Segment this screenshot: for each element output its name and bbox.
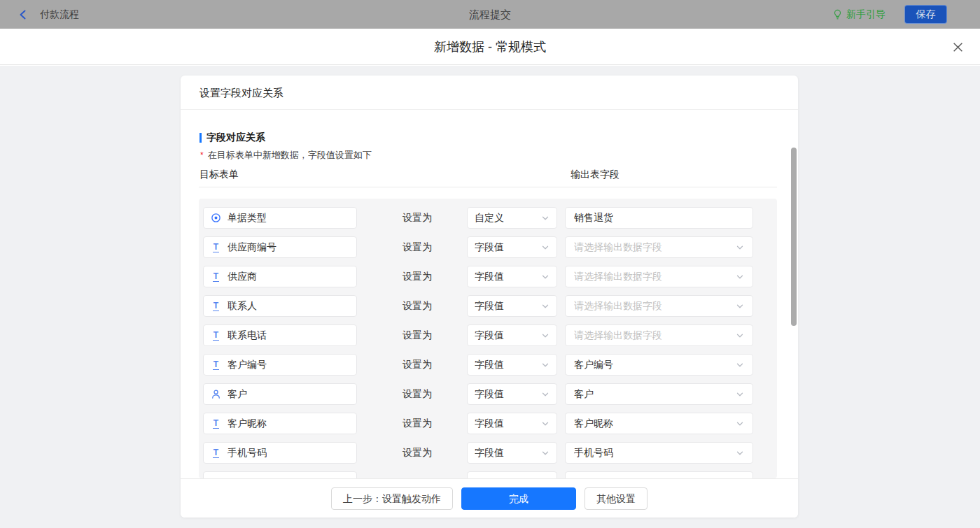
required-note: *在目标表单中新增数据，字段值设置如下	[200, 149, 372, 162]
mode-select[interactable]: 字段值	[467, 295, 557, 317]
scrollbar-thumb[interactable]	[791, 148, 797, 326]
text-field-icon: T	[211, 418, 221, 429]
chevron-down-icon	[541, 420, 550, 428]
target-field-box[interactable]: T 供应商编号	[203, 236, 357, 258]
chevron-down-icon	[541, 331, 550, 340]
output-field-value: 销售退货	[574, 212, 613, 224]
set-as-label: 设置为	[402, 442, 432, 464]
chevron-down-icon	[541, 390, 550, 399]
mode-select[interactable]: 字段值	[467, 442, 557, 464]
mode-select[interactable]	[467, 471, 557, 478]
text-field-icon: T	[211, 242, 221, 252]
mapping-row: T 供应商编号 设置为 字段值 请选择输出数据字段	[199, 236, 777, 258]
radio-field-icon	[211, 213, 221, 223]
output-field-value: 手机号码	[574, 447, 613, 459]
output-field-control[interactable]: 客户编号	[565, 354, 753, 376]
output-field-value: 请选择输出数据字段	[574, 300, 662, 313]
target-field-label: 手机号码	[227, 447, 267, 459]
output-field-control[interactable]: 请选择输出数据字段	[565, 295, 753, 317]
target-field-label: 联系人	[227, 300, 257, 313]
target-field-box[interactable]: T 供应商	[203, 266, 357, 287]
mode-select[interactable]: 字段值	[467, 324, 557, 346]
target-field-label: 客户编号	[227, 359, 267, 371]
add-data-modal: 新增数据 - 常规模式 设置字段对应关系 字段对应关系 *在目标表单中新增数据，…	[0, 29, 980, 528]
mapping-row: 客户 设置为 字段值 客户	[199, 383, 777, 405]
chevron-down-icon	[736, 302, 744, 311]
mapping-row: T 手机号码 设置为 字段值 手机号码	[199, 442, 777, 464]
target-field-box[interactable]: T 联系人	[203, 295, 357, 317]
set-as-label: 设置为	[402, 383, 432, 405]
target-field-box[interactable]: T 手机号码	[203, 442, 357, 464]
modal-title-bar: 新增数据 - 常规模式	[0, 29, 980, 65]
target-field-box[interactable]: T 联系电话	[203, 324, 357, 346]
column-header-target-form: 目标表单	[200, 169, 239, 181]
mode-select[interactable]: 字段值	[467, 383, 557, 405]
output-field-control[interactable]: 请选择输出数据字段	[565, 266, 753, 287]
chevron-down-icon	[541, 449, 550, 457]
target-field-label: 供应商编号	[227, 241, 276, 254]
other-settings-button[interactable]: 其他设置	[584, 487, 648, 510]
output-field-control[interactable]: 客户	[565, 383, 753, 405]
set-as-label: 设置为	[402, 295, 432, 317]
chevron-down-icon	[541, 243, 550, 252]
mode-select-value: 字段值	[475, 447, 504, 459]
mapping-row: 设置为	[199, 471, 777, 478]
card-header-title: 设置字段对应关系	[181, 76, 798, 110]
save-button[interactable]: 保存	[904, 5, 947, 24]
mapping-row: T 供应商 设置为 字段值 请选择输出数据字段	[199, 266, 777, 287]
output-field-control[interactable]: 手机号码	[565, 442, 753, 464]
target-field-box[interactable]	[203, 471, 357, 478]
modal-body: 设置字段对应关系 字段对应关系 *在目标表单中新增数据，字段值设置如下 目标表单…	[0, 66, 980, 528]
output-field-value: 客户	[574, 388, 594, 401]
beginner-guide-link[interactable]: 新手引导	[832, 0, 886, 29]
mode-select[interactable]: 字段值	[467, 413, 557, 434]
card-footer: 上一步：设置触发动作 完成 其他设置	[181, 478, 798, 518]
mode-select-value: 字段值	[475, 241, 504, 254]
target-field-box[interactable]: 客户	[203, 383, 357, 405]
text-field-icon: T	[211, 448, 221, 458]
text-field-icon: T	[211, 330, 221, 341]
top-bar: 付款流程 流程提交 新手引导 保存	[0, 0, 980, 29]
mode-select[interactable]: 字段值	[467, 354, 557, 376]
field-mapping-card: 设置字段对应关系 字段对应关系 *在目标表单中新增数据，字段值设置如下 目标表单…	[181, 76, 798, 518]
target-field-label: 联系电话	[227, 329, 267, 342]
required-note-text: 在目标表单中新增数据，字段值设置如下	[208, 150, 372, 160]
mode-select-value: 字段值	[475, 271, 504, 283]
output-field-control[interactable]: 销售退货	[565, 207, 753, 229]
chevron-down-icon	[736, 273, 744, 281]
target-field-label: 供应商	[227, 271, 257, 283]
chevron-down-icon	[541, 214, 550, 222]
output-field-control[interactable]: 请选择输出数据字段	[565, 324, 753, 346]
set-as-label: 设置为	[402, 354, 432, 376]
modal-title: 新增数据 - 常规模式	[0, 29, 980, 65]
finish-button[interactable]: 完成	[461, 487, 576, 510]
chevron-down-icon	[736, 390, 744, 399]
mode-select[interactable]: 自定义	[467, 207, 557, 229]
mapping-row: T 联系人 设置为 字段值 请选择输出数据字段	[199, 295, 777, 317]
output-field-value: 客户编号	[574, 359, 613, 371]
mode-select[interactable]: 字段值	[467, 266, 557, 287]
column-header-output-fields: 输出表字段	[570, 169, 620, 181]
mapping-row: T 联系电话 设置为 字段值 请选择输出数据字段	[199, 324, 777, 346]
person-field-icon	[211, 389, 221, 399]
mode-select-value: 字段值	[475, 359, 504, 371]
mode-select-value: 字段值	[475, 300, 504, 313]
output-field-control[interactable]: 客户昵称	[565, 413, 753, 434]
target-field-box[interactable]: 单据类型	[203, 207, 357, 229]
chevron-down-icon	[541, 302, 550, 311]
section-title-label: 字段对应关系	[206, 131, 265, 144]
card-content: 字段对应关系 *在目标表单中新增数据，字段值设置如下 目标表单 输出表字段 单据…	[181, 110, 798, 478]
mode-select-value: 字段值	[475, 388, 504, 401]
mode-select[interactable]: 字段值	[467, 236, 557, 258]
set-as-label: 设置为	[402, 207, 432, 229]
target-field-box[interactable]: T 客户昵称	[203, 413, 357, 434]
chevron-down-icon	[736, 243, 744, 252]
close-icon[interactable]	[949, 38, 966, 55]
screen: 付款流程 流程提交 新手引导 保存 新增数据 - 常规模式 设置字段对应关系 字…	[0, 0, 980, 528]
output-field-control[interactable]: 请选择输出数据字段	[565, 236, 753, 258]
mapping-row: T 客户昵称 设置为 字段值 客户昵称	[199, 413, 777, 434]
text-field-icon: T	[211, 271, 221, 282]
target-field-box[interactable]: T 客户编号	[203, 354, 357, 376]
previous-step-button[interactable]: 上一步：设置触发动作	[331, 487, 453, 510]
output-field-control[interactable]	[565, 471, 753, 478]
